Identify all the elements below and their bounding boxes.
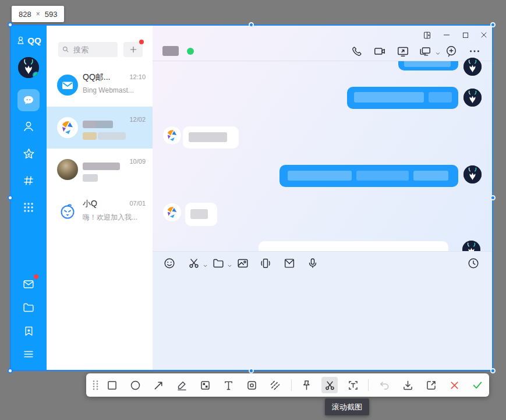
envelope-avatar-icon <box>57 75 78 96</box>
sidebar-item-apps[interactable] <box>17 196 40 218</box>
remote-desktop-icon <box>419 45 431 58</box>
arrow-icon <box>153 379 165 391</box>
tool-tooltip: 滚动截图 <box>325 398 369 415</box>
chat-list-item-xiaoq[interactable]: 小Q 07/01 嗨！欢迎加入我... <box>47 190 153 232</box>
online-status-dot <box>33 72 39 78</box>
chat-header <box>153 25 493 61</box>
confirm-check-icon <box>471 379 484 391</box>
tool-undo <box>376 377 392 393</box>
send-file-button[interactable] <box>211 256 226 271</box>
minimize-icon <box>442 30 451 40</box>
sender-avatar[interactable] <box>163 203 181 221</box>
chat-list-item-selected[interactable]: 12/02 <box>47 107 153 149</box>
search-icon <box>62 45 70 54</box>
sidebar-item-channels[interactable] <box>17 170 40 192</box>
message-bubble <box>185 203 217 226</box>
chat-preview: Bing Webmast... <box>83 86 134 94</box>
sender-avatar[interactable] <box>163 126 181 144</box>
chat-time: 12:10 <box>129 73 146 80</box>
search-input[interactable] <box>72 45 109 55</box>
chevron-down-icon[interactable] <box>435 48 441 59</box>
tool-mosaic[interactable] <box>197 377 213 393</box>
penguin-icon <box>16 36 26 45</box>
screen-share-button[interactable] <box>395 44 411 59</box>
chat-list-item-photo[interactable]: 10/09 <box>47 149 153 190</box>
tool-blur[interactable] <box>267 377 283 393</box>
maximize-button[interactable] <box>457 29 473 41</box>
chevron-down-icon[interactable] <box>203 260 208 271</box>
send-image-button[interactable] <box>235 256 250 271</box>
tool-ellipse[interactable] <box>127 377 143 393</box>
peer-avatar[interactable] <box>463 165 482 183</box>
nav-rail: QQ <box>10 25 47 370</box>
clock-icon <box>467 257 480 270</box>
tool-ocr[interactable] <box>345 377 361 393</box>
video-call-button[interactable] <box>372 44 387 59</box>
minimize-button[interactable] <box>438 29 455 41</box>
peer-avatar[interactable] <box>463 89 482 107</box>
window-shake-button[interactable] <box>258 256 273 271</box>
sidebar-item-messages[interactable] <box>17 89 40 111</box>
qq-logo-text: QQ <box>27 36 41 45</box>
emoji-button[interactable] <box>162 256 177 271</box>
user-avatar[interactable] <box>18 57 39 78</box>
toolbar-divider <box>368 379 369 391</box>
screen-capture-overlay: QQ <box>0 0 506 420</box>
voice-call-button[interactable] <box>349 44 364 59</box>
qq-main-window: QQ <box>10 25 493 370</box>
message-bubble <box>279 165 458 187</box>
tool-arrow[interactable] <box>150 377 167 393</box>
add-button[interactable] <box>123 42 143 57</box>
envelope-seal-icon <box>283 257 296 270</box>
sidebar-item-menu[interactable] <box>17 343 40 365</box>
sidebar-item-mail[interactable] <box>17 273 40 295</box>
confirm-capture-button[interactable] <box>469 377 486 393</box>
screenshot-button[interactable] <box>186 256 201 271</box>
tool-rectangle[interactable] <box>104 377 120 393</box>
smiley-icon <box>163 257 176 270</box>
history-button[interactable] <box>466 256 481 271</box>
tool-sticker[interactable] <box>243 377 260 393</box>
text-recognition-icon <box>347 379 359 391</box>
sidebar-item-folder[interactable] <box>17 297 40 319</box>
mosaic-icon <box>199 379 211 391</box>
tool-pin[interactable] <box>298 377 314 393</box>
chat-bubble-icon <box>22 94 35 107</box>
tool-open-share[interactable] <box>423 377 439 393</box>
toolbar-drag-handle[interactable] <box>87 377 104 393</box>
more-button[interactable] <box>467 44 482 59</box>
panel-toggle-button[interactable] <box>419 29 435 41</box>
peer-avatar[interactable] <box>463 58 482 76</box>
photo-avatar <box>57 159 78 180</box>
search-box[interactable] <box>58 42 118 57</box>
sidebar-item-qzone[interactable] <box>17 143 40 165</box>
remote-desktop-button[interactable] <box>417 44 433 59</box>
smiley-avatar-icon <box>57 201 78 222</box>
add-group-button[interactable] <box>444 44 459 59</box>
sidebar-item-favorites[interactable] <box>17 320 40 342</box>
message-bubble <box>398 61 458 70</box>
square-in-square-icon <box>246 379 258 391</box>
chat-time: 10/09 <box>129 158 146 165</box>
voice-message-button[interactable] <box>305 256 320 271</box>
apps-grid-icon <box>23 202 34 213</box>
sidebar-item-contacts[interactable] <box>17 115 40 137</box>
text-icon <box>222 379 235 391</box>
close-button[interactable] <box>476 29 492 41</box>
mail-button[interactable] <box>282 256 297 271</box>
plus-icon <box>129 45 138 54</box>
hash-icon <box>22 174 35 187</box>
image-icon <box>236 257 249 270</box>
tool-text[interactable] <box>220 377 236 393</box>
tool-pencil[interactable] <box>174 377 190 393</box>
person-icon <box>22 120 35 133</box>
tool-save[interactable] <box>399 377 416 393</box>
chat-list-item-qqmail[interactable]: QQ邮... 12:10 Bing Webmast... <box>47 64 153 106</box>
close-icon <box>479 30 489 40</box>
toolbar-divider <box>291 379 292 391</box>
chevron-down-icon[interactable] <box>227 260 232 271</box>
chat-pane: 发送 <box>153 25 493 370</box>
selection-size-badge: 828 × 593 <box>12 6 64 22</box>
tool-scroll-capture[interactable] <box>321 377 338 393</box>
cancel-capture-button[interactable] <box>446 377 462 393</box>
